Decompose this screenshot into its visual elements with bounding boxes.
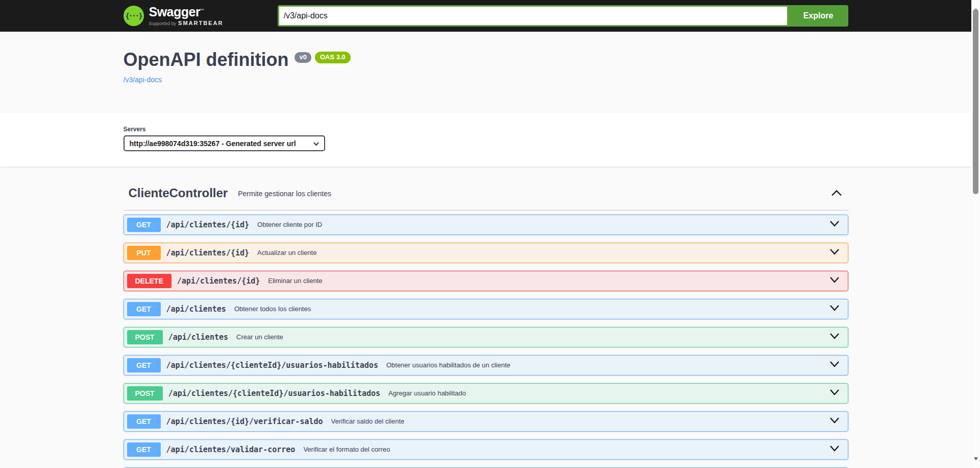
version-badge: v0 — [295, 52, 311, 63]
expand-endpoint-button[interactable] — [826, 360, 843, 370]
tag-section: ClienteController Permite gestionar los … — [113, 167, 859, 468]
swagger-brand-text: Swagger™ — [149, 6, 224, 18]
chevron-down-icon — [829, 220, 840, 229]
endpoint-row[interactable]: POST /api/clientes/{clienteId}/usuarios-… — [124, 383, 848, 404]
server-select-wrap: http://ae998074d319:35267 - Generated se… — [124, 135, 325, 151]
spec-url-form: Explore — [278, 5, 848, 27]
tag-name: ClienteController — [129, 186, 228, 201]
endpoint-path[interactable]: /api/clientes/{id} — [166, 220, 250, 229]
triangle-down-icon — [974, 457, 978, 468]
smartbear-tagline: Supported bySMARTBEAR — [149, 20, 224, 26]
servers-section: Servers http://ae998074d319:35267 - Gene… — [0, 113, 971, 167]
endpoint-summary: Obtener todos los clientes — [234, 305, 826, 313]
endpoint-row[interactable]: PUT /api/clientes/{id} Actualizar un cli… — [124, 243, 848, 263]
method-badge: DELETE — [127, 274, 172, 288]
endpoint-summary: Obtener cliente por ID — [257, 221, 826, 228]
endpoint-path[interactable]: /api/clientes/{id} — [177, 276, 260, 286]
scrollbar-thumb[interactable] — [973, 9, 978, 194]
spec-url-input[interactable] — [278, 5, 789, 27]
spec-link[interactable]: /v3/api-docs — [124, 76, 162, 84]
endpoint-row[interactable]: DELETE /api/clientes/{id} Eliminar un cl… — [124, 271, 848, 291]
information-section: OpenAPI definitionv0OAS 3.0 /v3/api-docs — [0, 32, 971, 113]
endpoint-path[interactable]: /api/clientes/{clienteId}/usuarios-habil… — [166, 361, 378, 370]
endpoint-summary: Verificar el formato del correo — [303, 446, 826, 453]
endpoint-row[interactable]: GET /api/clientes/{id} Obtener cliente p… — [124, 215, 848, 235]
expand-endpoint-button[interactable] — [826, 444, 843, 454]
endpoint-list: GET /api/clientes/{id} Obtener cliente p… — [124, 210, 848, 468]
endpoint-row[interactable]: GET /api/clientes/{clienteId}/usuarios-h… — [124, 355, 848, 376]
method-badge: GET — [127, 218, 161, 232]
page-title: OpenAPI definitionv0OAS 3.0 — [124, 49, 848, 71]
swagger-braces-icon: {···} — [124, 6, 144, 26]
scroll-up-button[interactable] — [971, 0, 980, 8]
chevron-up-icon — [831, 191, 842, 198]
method-badge: GET — [127, 442, 161, 457]
method-badge: GET — [127, 414, 161, 429]
chevron-down-icon — [829, 333, 840, 341]
expand-endpoint-button[interactable] — [826, 304, 843, 314]
endpoint-path[interactable]: /api/clientes/{id}/verificar-saldo — [166, 417, 323, 426]
method-badge: GET — [127, 302, 161, 316]
expand-endpoint-button[interactable] — [826, 388, 843, 398]
endpoint-summary: Crear un cliente — [236, 333, 826, 341]
endpoint-row[interactable]: GET /api/clientes/{id}/verificar-saldo V… — [124, 411, 848, 432]
explore-button[interactable]: Explore — [789, 5, 848, 27]
swagger-ui-page: {···} Swagger™ Supported bySMARTBEAR Exp… — [0, 0, 971, 468]
collapse-section-button[interactable] — [830, 189, 843, 198]
chevron-down-icon — [829, 361, 840, 369]
tag-description: Permite gestionar los clientes — [238, 190, 331, 198]
trademark-mark: ™ — [200, 8, 204, 13]
scrollbar — [971, 0, 980, 468]
endpoint-row[interactable]: GET /api/clientes Obtener todos los clie… — [124, 299, 848, 319]
endpoint-path[interactable]: /api/clientes/validar-correo — [166, 445, 296, 454]
scroll-down-button[interactable] — [971, 460, 980, 468]
chevron-down-icon — [829, 248, 840, 257]
servers-label: Servers — [124, 126, 848, 133]
endpoint-path[interactable]: /api/clientes/{id} — [166, 248, 250, 258]
tag-section-header[interactable]: ClienteController Permite gestionar los … — [124, 186, 848, 210]
expand-endpoint-button[interactable] — [826, 248, 843, 258]
chevron-down-icon — [829, 276, 840, 285]
endpoint-summary: Obtener usuarios habilitados de un clien… — [386, 361, 826, 369]
method-badge: PUT — [127, 246, 161, 260]
swagger-logo[interactable]: {···} Swagger™ Supported bySMARTBEAR — [124, 6, 224, 26]
topbar: {···} Swagger™ Supported bySMARTBEAR Exp… — [0, 0, 971, 32]
endpoint-path[interactable]: /api/clientes — [166, 305, 226, 314]
chevron-down-icon — [829, 445, 840, 454]
endpoint-row[interactable]: POST /api/clientes Crear un cliente — [124, 327, 848, 347]
method-badge: GET — [127, 358, 161, 372]
endpoint-summary: Eliminar un cliente — [268, 277, 826, 285]
expand-endpoint-button[interactable] — [826, 416, 843, 426]
endpoint-summary: Actualizar un cliente — [257, 249, 826, 256]
chevron-down-icon — [829, 389, 840, 397]
chevron-down-icon — [829, 417, 840, 426]
expand-endpoint-button[interactable] — [826, 276, 843, 286]
expand-endpoint-button[interactable] — [826, 220, 843, 229]
method-badge: POST — [127, 386, 163, 401]
expand-endpoint-button[interactable] — [826, 332, 843, 342]
server-select[interactable]: http://ae998074d319:35267 - Generated se… — [124, 135, 325, 151]
chevron-down-icon — [829, 305, 840, 313]
endpoint-path[interactable]: /api/clientes — [168, 333, 228, 342]
endpoint-summary: Agregar usuario habilitado — [388, 389, 826, 397]
endpoint-summary: Verificar saldo del cliente — [331, 417, 826, 425]
endpoint-row[interactable]: GET /api/clientes/validar-correo Verific… — [124, 439, 848, 460]
oas-badge: OAS 3.0 — [315, 52, 351, 63]
method-badge: POST — [127, 330, 163, 344]
endpoint-path[interactable]: /api/clientes/{clienteId}/usuarios-habil… — [168, 389, 380, 398]
